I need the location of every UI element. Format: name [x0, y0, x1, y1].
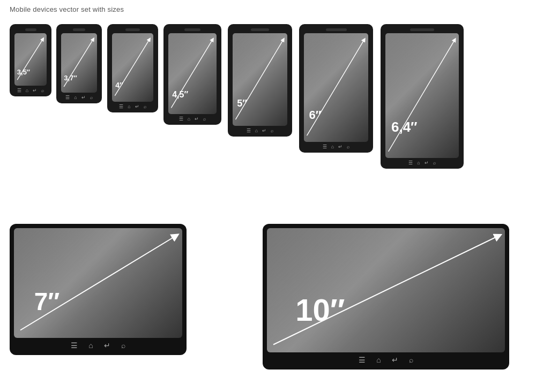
phone-35: 3,5″☰⌂↵⌕ — [10, 24, 51, 96]
back-icon: ↵ — [425, 160, 429, 165]
menu-icon: ☰ — [323, 144, 327, 149]
page-title: Mobile devices vector set with sizes — [10, 5, 124, 13]
phone-64-label: 6,4″ — [391, 119, 418, 135]
phone-45: 4,5″☰⌂↵⌕ — [163, 24, 221, 125]
phone-37-label: 3,7″ — [64, 74, 77, 82]
search-icon: ⌕ — [41, 88, 44, 93]
menu-icon: ☰ — [65, 95, 70, 100]
back-icon: ↵ — [81, 95, 86, 100]
home-icon: ⌂ — [74, 95, 77, 100]
phone-6: 6″☰⌂↵⌕ — [299, 24, 373, 153]
menu-icon: ☰ — [179, 116, 183, 122]
tablet-10-label: 10″ — [295, 292, 345, 328]
back-tab-icon: ↵ — [392, 356, 398, 364]
phone-64: 6,4″☰⌂↵⌕ — [381, 24, 464, 169]
back-icon: ↵ — [135, 104, 139, 109]
back-icon: ↵ — [33, 88, 37, 93]
home-icon: ⌂ — [128, 104, 130, 109]
menu-icon: ☰ — [17, 88, 21, 93]
menu-icon: ☰ — [408, 160, 413, 165]
phone-4: 4″☰⌂↵⌕ — [107, 24, 158, 112]
svg-line-17 — [273, 236, 498, 345]
phone-37: 3,7″☰⌂↵⌕ — [56, 24, 102, 103]
menu-tab-icon: ☰ — [359, 356, 366, 364]
tablet-7: 7″☰⌂↵⌕ — [10, 224, 187, 355]
tablet-10: 10″☰⌂↵⌕ — [263, 224, 509, 370]
phone-6-label: 6″ — [309, 108, 322, 122]
phone-5-label: 5″ — [237, 98, 247, 109]
home-icon: ⌂ — [188, 116, 190, 122]
home-tab-icon: ⌂ — [376, 356, 381, 364]
search-icon: ⌕ — [203, 116, 206, 122]
home-icon: ⌂ — [417, 160, 420, 165]
back-icon: ↵ — [195, 116, 199, 122]
menu-icon: ☰ — [119, 104, 123, 109]
svg-line-15 — [20, 236, 176, 330]
search-tab-icon: ⌕ — [409, 356, 413, 364]
phone-4-label: 4″ — [115, 81, 123, 89]
back-icon: ↵ — [262, 128, 266, 133]
tablet-7-label: 7″ — [34, 287, 60, 316]
search-icon: ⌕ — [144, 104, 146, 109]
home-icon: ⌂ — [255, 128, 258, 133]
back-tab-icon: ↵ — [104, 341, 110, 350]
menu-tab-icon: ☰ — [71, 341, 78, 350]
phone-5: 5″☰⌂↵⌕ — [228, 24, 292, 137]
home-icon: ⌂ — [26, 88, 28, 93]
search-icon: ⌕ — [433, 160, 436, 165]
back-icon: ↵ — [338, 144, 343, 149]
home-tab-icon: ⌂ — [88, 341, 93, 350]
phone-35-label: 3,5″ — [17, 68, 30, 76]
phone-45-label: 4,5″ — [172, 90, 188, 100]
home-icon: ⌂ — [331, 144, 334, 149]
menu-icon: ☰ — [247, 128, 251, 133]
search-icon: ⌕ — [347, 144, 349, 149]
search-tab-icon: ⌕ — [121, 341, 125, 350]
search-icon: ⌕ — [271, 128, 273, 133]
search-icon: ⌕ — [90, 95, 93, 100]
